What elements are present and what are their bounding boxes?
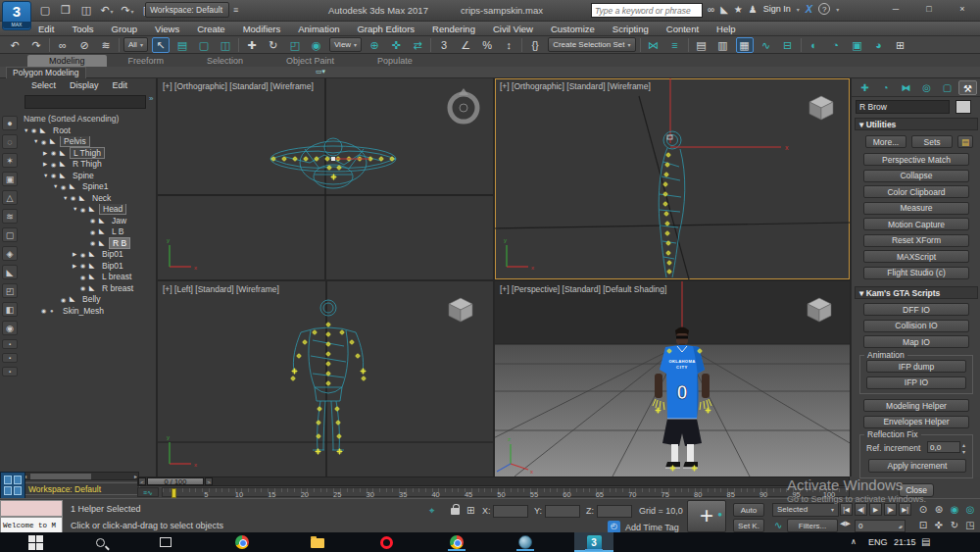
visibility-eye-icon[interactable]: ◉ (80, 274, 89, 280)
viewport-label[interactable]: [+] [Orthographic] [Standard] [Wireframe… (163, 81, 314, 91)
visibility-eye-icon[interactable]: ◉ (90, 217, 99, 224)
track-bar[interactable]: 5101520253035404550556065707580859095100 (162, 487, 850, 497)
maxscript-macro-recorder[interactable] (0, 500, 63, 517)
img-tool-icon[interactable] (514, 533, 536, 551)
search-button[interactable] (89, 533, 111, 551)
help-caret-icon[interactable]: ▾ (836, 6, 839, 13)
motion-capture-button[interactable]: Motion Capture (863, 218, 969, 230)
tab-hierarchy[interactable]: ⧓ (897, 80, 915, 95)
use-pivot-point-center-icon[interactable]: ⊕ (366, 37, 383, 53)
tab-motion[interactable]: ◎ (917, 80, 936, 95)
menu-graph-editors[interactable]: Graph Editors (348, 24, 423, 34)
tree-item-r-breast[interactable]: ◉◣R breast (22, 282, 158, 294)
menu-customize[interactable]: Customize (542, 24, 604, 34)
tree-item-l-b[interactable]: ◉◣L B (22, 226, 158, 238)
viewport-label[interactable]: [+] [Orthographic] [Standard] [Wireframe… (500, 81, 651, 91)
display-materials-icon[interactable]: ◧ (2, 302, 18, 317)
redo-icon[interactable]: ↷ (27, 37, 45, 53)
key-set-dropdown[interactable]: Selected (772, 503, 839, 517)
menu-group[interactable]: Group (103, 24, 146, 34)
time-slider-handle[interactable]: 0 / 100 (147, 477, 204, 485)
explorer-horizontal-scrollbar[interactable]: ◂ ▸ (22, 472, 139, 480)
render-production-icon[interactable]: ◕ (870, 37, 888, 53)
visibility-eye-icon[interactable]: ◉ (51, 172, 60, 178)
ref-increment-spinner[interactable] (927, 441, 960, 453)
mirror-icon[interactable]: ⋈ (645, 37, 662, 53)
orbit-icon[interactable]: ↻ (947, 518, 962, 533)
curve-editor-icon[interactable]: ∿ (758, 37, 775, 53)
display-hidden-icon[interactable]: ▪ (2, 353, 18, 363)
dff-io-button[interactable]: DFF IO (863, 303, 969, 316)
tree-item-bip01[interactable]: ▶◉◣Bip01 (22, 249, 158, 261)
display-helpers-icon[interactable]: △ (2, 190, 18, 205)
zoom-region-icon[interactable]: ⊡ (915, 518, 931, 533)
schematic-view-icon[interactable]: ⊟ (779, 37, 797, 53)
menu-modifiers[interactable]: Modifiers (234, 24, 290, 34)
collapse-arrow-icon[interactable]: ▼ (43, 173, 51, 178)
collapse-arrow-icon[interactable]: ▼ (33, 138, 41, 144)
tab-modify[interactable]: ◔ (876, 80, 895, 95)
previous-frame-button[interactable]: ◀| (855, 503, 867, 516)
select-by-name-icon[interactable]: ▤ (173, 37, 191, 53)
collapse-button[interactable]: Collapse (863, 170, 969, 182)
object-name-field[interactable] (856, 100, 950, 114)
clock[interactable]: 21:15 (894, 537, 916, 547)
visibility-eye-icon[interactable]: ◉ (80, 262, 89, 269)
key-mode-toggle-icon[interactable]: ◀▶ (840, 520, 851, 527)
viewport-orthographic-side-active[interactable]: x x y [+] [Ort (495, 78, 850, 279)
tree-item-bip01[interactable]: ▶◉◣Bip01 (22, 260, 158, 272)
viewport-orthographic-top[interactable]: x y [+] [Orthographic] [Standard] [Wiref… (158, 78, 493, 279)
named-sets-icon-button[interactable]: ▤ (957, 135, 973, 148)
visibility-eye-icon[interactable]: ◉ (31, 126, 40, 133)
set-key-button[interactable]: Set K. (733, 519, 764, 532)
toggle-layer-explorer-icon[interactable]: ▥ (714, 37, 732, 53)
maxscript-button[interactable]: MAXScript (863, 250, 969, 263)
material-editor-icon[interactable]: ◐ (806, 37, 823, 53)
visibility-eye-icon[interactable]: ◉ (41, 138, 50, 145)
kams-rollout-header[interactable]: ▾ Kam's GTA Scripts (855, 286, 978, 299)
help-icon[interactable]: ? (818, 3, 830, 15)
select-and-rotate-icon[interactable]: ↻ (265, 37, 282, 53)
reference-coordinate-system-dropdown[interactable]: View (329, 37, 362, 52)
menu-content[interactable]: Content (658, 24, 708, 34)
display-groups-icon[interactable]: ▢ (2, 227, 18, 242)
favorites-star-icon[interactable]: ★ (734, 4, 743, 15)
toggle-ribbon-icon[interactable]: ▦ (736, 37, 754, 53)
workspace-dropdown[interactable]: Workspace: Default (145, 2, 229, 18)
spinner-arrows-icon[interactable]: ▴▾ (962, 441, 965, 455)
zoom-all-icon[interactable]: ⊛ (931, 502, 947, 518)
object-color-swatch[interactable] (956, 100, 971, 114)
ribbon-tab-modeling[interactable]: Modeling (27, 55, 107, 67)
ifp-dump-button[interactable]: IFP dump (866, 360, 966, 373)
y-coord-field[interactable] (545, 505, 580, 518)
close-button[interactable]: × (956, 4, 968, 14)
tree-item-spine[interactable]: ▼◉◣Spine (22, 170, 158, 181)
zoom-icon[interactable]: ⊙ (915, 502, 931, 518)
rectangular-selection-region-icon[interactable]: ▢ (195, 37, 213, 53)
sign-in-caret-icon[interactable]: ▾ (797, 6, 800, 13)
undo-icon[interactable]: ↶ (6, 37, 24, 53)
task-view-button[interactable] (155, 533, 176, 551)
ribbon-tab-populate[interactable]: Populate (356, 55, 434, 67)
window-crossing-selection-icon[interactable]: ◫ (217, 37, 234, 53)
explorer-column-header[interactable]: Name (Sorted Ascending) (24, 114, 119, 124)
zoom-extents-all-icon[interactable]: ◎ (962, 502, 978, 518)
zoom-extents-icon[interactable]: ◉ (947, 502, 962, 518)
ifp-io-button[interactable]: IFP IO (866, 376, 966, 389)
visibility-eye-icon[interactable]: ◉ (61, 183, 70, 190)
selection-lock-icon[interactable] (451, 508, 460, 515)
language-indicator[interactable]: ENG (868, 537, 888, 547)
mini-curve-editor-icon[interactable]: ≡∿ (137, 487, 159, 497)
set-key-plus-button[interactable]: +● (687, 500, 726, 532)
tree-item-skin-mesh[interactable]: ◉●Skin_Mesh (22, 305, 158, 317)
sign-in-person-icon[interactable]: ♟ (749, 4, 758, 15)
tree-item-r-b[interactable]: ◉◣R B (22, 237, 158, 249)
explorer-search-input[interactable] (24, 95, 146, 109)
action-center-icon[interactable]: ▤ (921, 536, 930, 547)
tree-item-root[interactable]: ▼◉◣Root (22, 125, 158, 136)
menu-create[interactable]: Create (188, 24, 234, 34)
display-frozen-icon[interactable]: ▪ (2, 339, 18, 349)
spinner-snap-toggle-icon[interactable]: ↕ (500, 37, 517, 53)
previous-frame-arrow-icon[interactable]: < (138, 477, 146, 485)
collapse-arrow-icon[interactable]: ▼ (53, 183, 61, 189)
